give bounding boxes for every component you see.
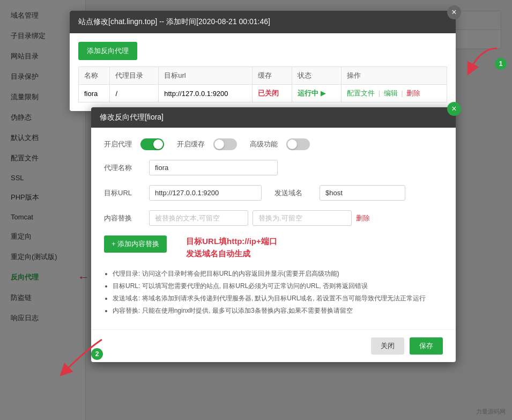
enable-proxy-knob: [153, 139, 163, 149]
delete-link[interactable]: 删除: [406, 89, 420, 97]
enable-cache-label: 开启缓存: [177, 139, 209, 149]
enable-cache-wrap: 开启缓存: [177, 138, 237, 150]
replace-from-input[interactable]: [149, 210, 248, 226]
inner-modal-title: 修改反向代理[fiora]: [100, 113, 164, 122]
save-button[interactable]: 保存: [410, 337, 443, 355]
toggle-row: 开启代理 开启缓存 高级功能: [104, 138, 443, 150]
content-replace-label: 内容替换: [104, 213, 136, 223]
edit-link[interactable]: 编辑: [384, 89, 398, 97]
add-reverse-proxy-button[interactable]: 添加反向代理: [78, 42, 137, 60]
add-replace-button[interactable]: + 添加内容替换: [104, 235, 167, 253]
enable-cache-knob: [214, 139, 224, 149]
proxy-table: 名称 代理目录 目标url 缓存 状态 操作 fiora / http://12…: [78, 67, 447, 102]
outer-modal-body: 添加反向代理 名称 代理目录 目标url 缓存 状态 操作 fiora / ht…: [70, 33, 456, 111]
col-status: 状态: [292, 67, 342, 85]
inner-modal-body: 开启代理 开启缓存 高级功能 代理名称: [91, 128, 456, 329]
inner-modal-footer: 关闭 保存: [91, 329, 456, 362]
col-proxy-dir: 代理目录: [110, 67, 159, 85]
inner-modal-header: 修改反向代理[fiora]: [91, 107, 456, 128]
outer-modal-close-btn[interactable]: ×: [447, 5, 461, 19]
info-list: 代理目录: 访问这个目录时将会把目标URL的内容返回并显示(需要开启高级功能) …: [104, 269, 443, 315]
content-replace-row: 内容替换 删除: [104, 210, 443, 226]
proxy-name-label: 代理名称: [104, 163, 136, 173]
replace-to-input[interactable]: [253, 210, 352, 226]
enable-proxy-label: 开启代理: [104, 139, 136, 149]
target-url-row: 目标URL 发送域名: [104, 185, 443, 201]
col-actions: 操作: [342, 67, 447, 85]
enable-proxy-toggle[interactable]: [140, 138, 164, 150]
proxy-name-row: 代理名称: [104, 160, 443, 175]
row-status: 运行中 ▶: [292, 85, 342, 102]
row-name: fiora: [79, 85, 110, 102]
row-cache: 已关闭: [252, 85, 292, 102]
col-target-url: 目标url: [159, 67, 253, 85]
run-arrow-icon: ▶: [321, 89, 326, 97]
target-url-label: 目标URL: [104, 188, 136, 198]
advanced-wrap: 高级功能: [250, 138, 310, 150]
arrow-1-svg: [459, 43, 502, 75]
send-domain-input[interactable]: [320, 185, 405, 201]
row-proxy-dir: /: [110, 85, 159, 102]
inner-modal: × 修改反向代理[fiora] 开启代理 开启缓存 高级功能: [91, 107, 456, 362]
advanced-label: 高级功能: [250, 139, 282, 149]
col-name: 名称: [79, 67, 110, 85]
row-actions: 配置文件 | 编辑 | 删除: [342, 85, 447, 102]
info-item-0: 代理目录: 访问这个目录时将会把目标URL的内容返回并显示(需要开启高级功能): [113, 269, 443, 278]
info-item-3: 内容替换: 只能在使用nginx时提供, 最多可以添加3条替换内容,如果不需要替…: [113, 306, 443, 315]
outer-modal-header: 站点修改[chat.lingn.top] -- 添加时间[2020-08-21 …: [70, 11, 456, 33]
hint-text: 目标URL填http://ip+端口 发送域名自动生成: [186, 235, 277, 260]
replace-delete-btn[interactable]: 删除: [356, 213, 370, 223]
row-target-url: http://127.0.0.1:9200: [159, 85, 253, 102]
replace-inputs: 删除: [149, 210, 443, 226]
enable-cache-toggle[interactable]: [213, 138, 237, 150]
proxy-name-input[interactable]: [149, 160, 278, 175]
info-item-2: 发送域名: 将域名添加到请求头传递到代理服务器, 默认为目标URL域名, 若设置…: [113, 294, 443, 303]
advanced-toggle[interactable]: [286, 138, 310, 150]
target-url-input[interactable]: [149, 185, 262, 201]
outer-modal: × 站点修改[chat.lingn.top] -- 添加时间[2020-08-2…: [70, 11, 456, 111]
info-item-1: 目标URL: 可以填写您需要代理的站点, 目标URL必须为可正常访问的URL, …: [113, 282, 443, 291]
enable-proxy-wrap: 开启代理: [104, 138, 164, 150]
config-file-link[interactable]: 配置文件: [347, 89, 375, 97]
add-replace-row: + 添加内容替换 目标URL填http://ip+端口 发送域名自动生成: [104, 235, 443, 260]
table-row: fiora / http://127.0.0.1:9200 已关闭 运行中 ▶ …: [79, 85, 447, 102]
send-domain-label: 发送域名: [274, 188, 307, 198]
advanced-knob: [287, 139, 297, 149]
inner-modal-close-btn[interactable]: ×: [447, 102, 461, 116]
arrow-2-svg: [54, 334, 107, 377]
cancel-button[interactable]: 关闭: [371, 337, 404, 355]
col-cache: 缓存: [252, 67, 292, 85]
outer-modal-title: 站点修改[chat.lingn.top] -- 添加时间[2020-08-21 …: [78, 17, 270, 27]
